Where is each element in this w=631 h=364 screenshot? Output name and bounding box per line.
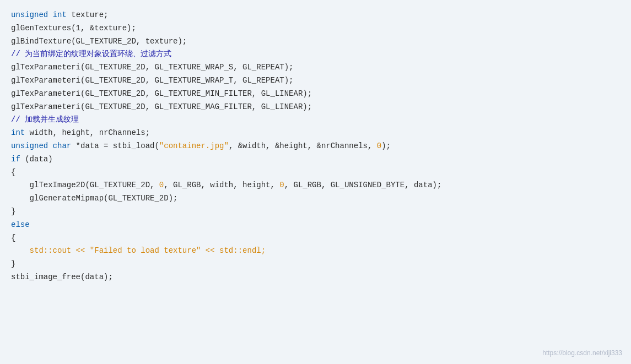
- watermark: https://blog.csdn.net/xiji333: [542, 347, 622, 358]
- code-line-3: glBindTexture(GL_TEXTURE_2D, texture);: [11, 35, 620, 48]
- code-line-11: unsigned char *data = stbi_load("contain…: [11, 140, 620, 153]
- keyword: else: [11, 220, 30, 229]
- code-line-20: }: [11, 258, 620, 271]
- code-line-1: unsigned int texture;: [11, 9, 620, 22]
- plain-text: *data = stbi_load(: [71, 142, 159, 150]
- plain-text: width, height, nrChannels;: [25, 128, 150, 137]
- code-line-21: stbi_image_free(data);: [11, 271, 620, 284]
- keyword: int: [11, 128, 25, 137]
- comment-text: // 加载并生成纹理: [11, 115, 79, 124]
- plain-text: {: [11, 233, 15, 242]
- code-line-17: else: [11, 219, 620, 232]
- plain-text: }: [11, 259, 15, 268]
- keyword: if: [11, 155, 20, 164]
- keyword: unsigned int: [11, 10, 67, 19]
- keyword: unsigned char: [11, 142, 71, 150]
- plain-text: texture;: [67, 10, 109, 19]
- plain-text: glGenerateMipmap(GL_TEXTURE_2D);: [11, 194, 177, 203]
- plain-text: glTexParameteri(GL_TEXTURE_2D, GL_TEXTUR…: [11, 76, 293, 85]
- plain-text: glTexImage2D(GL_TEXTURE_2D,: [11, 181, 159, 189]
- code-line-15: glGenerateMipmap(GL_TEXTURE_2D);: [11, 192, 620, 205]
- number-literal: 0: [377, 142, 381, 150]
- plain-text: [11, 246, 30, 255]
- code-line-9: // 加载并生成纹理: [11, 113, 620, 127]
- code-line-10: int width, height, nrChannels;: [11, 127, 620, 140]
- code-line-5: glTexParameteri(GL_TEXTURE_2D, GL_TEXTUR…: [11, 61, 620, 74]
- code-line-8: glTexParameteri(GL_TEXTURE_2D, GL_TEXTUR…: [11, 101, 620, 114]
- code-line-13: {: [11, 166, 620, 180]
- plain-text: glTexParameteri(GL_TEXTURE_2D, GL_TEXTUR…: [11, 63, 293, 72]
- plain-text: , &width, &height, &nrChannels,: [229, 142, 377, 150]
- plain-text: {: [11, 168, 15, 177]
- plain-text: }: [11, 207, 15, 216]
- plain-text: );: [381, 142, 391, 150]
- code-line-12: if (data): [11, 153, 620, 166]
- number-literal: 0: [279, 181, 284, 189]
- plain-text: glGenTextures(1, &texture);: [11, 24, 136, 32]
- code-line-4: // 为当前绑定的纹理对象设置环绕、过滤方式: [11, 48, 620, 61]
- code-line-18: {: [11, 232, 620, 245]
- code-line-2: glGenTextures(1, &texture);: [11, 22, 620, 35]
- plain-text: glTexParameteri(GL_TEXTURE_2D, GL_TEXTUR…: [11, 89, 312, 98]
- comment-text: // 为当前绑定的纹理对象设置环绕、过滤方式: [11, 50, 171, 58]
- code-line-19: std::cout << "Failed to load texture" <<…: [11, 245, 620, 258]
- plain-text: glBindTexture(GL_TEXTURE_2D, texture);: [11, 37, 187, 46]
- number-literal: 0: [159, 181, 164, 189]
- string-error-line: std::cout << "Failed to load texture" <<…: [30, 246, 266, 255]
- code-line-16: }: [11, 205, 620, 219]
- plain-text: glTexParameteri(GL_TEXTURE_2D, GL_TEXTUR…: [11, 102, 312, 111]
- code-line-7: glTexParameteri(GL_TEXTURE_2D, GL_TEXTUR…: [11, 88, 620, 101]
- plain-text: (data): [20, 155, 53, 164]
- plain-text: , GL_RGB, GL_UNSIGNED_BYTE, data);: [284, 181, 442, 189]
- string-literal: "container.jpg": [159, 142, 229, 150]
- code-container: unsigned int texture; glGenTextures(1, &…: [0, 0, 631, 364]
- code-line-6: glTexParameteri(GL_TEXTURE_2D, GL_TEXTUR…: [11, 74, 620, 88]
- code-line-14: glTexImage2D(GL_TEXTURE_2D, 0, GL_RGB, w…: [11, 179, 620, 192]
- plain-text: , GL_RGB, width, height,: [164, 181, 279, 189]
- plain-text: stbi_image_free(data);: [11, 273, 113, 281]
